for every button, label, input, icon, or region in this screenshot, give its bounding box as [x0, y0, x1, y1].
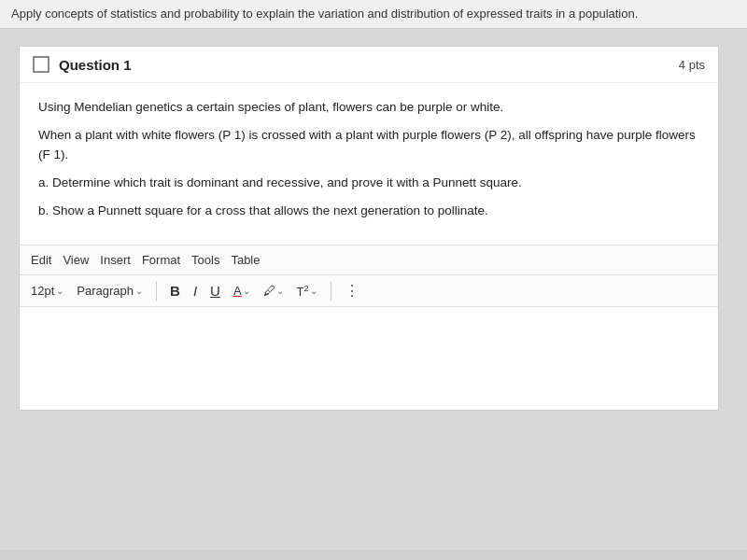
menu-tools[interactable]: Tools: [188, 251, 223, 269]
font-color-chevron: ⌄: [243, 286, 250, 296]
more-options-icon: ⋮: [345, 282, 359, 300]
question-header: Question 1 4 pts: [20, 47, 718, 83]
highlight-chevron: ⌄: [276, 286, 284, 296]
main-content: Question 1 4 pts Using Mendelian genetic…: [0, 29, 747, 550]
toolbar-divider-2: [331, 282, 331, 301]
toolbar-divider-1: [156, 282, 157, 301]
font-color-button[interactable]: A ⌄: [230, 282, 254, 300]
paragraph-label: Paragraph: [77, 284, 134, 298]
italic-button[interactable]: I: [190, 281, 201, 301]
bold-button[interactable]: B: [166, 281, 184, 301]
font-size-chevron: ⌄: [56, 286, 63, 296]
top-bar-text: Apply concepts of statistics and probabi…: [11, 7, 638, 21]
question-text-2: When a plant with white flowers (P 1) is…: [38, 126, 699, 164]
editor-text-area[interactable]: [20, 307, 718, 410]
question-text-3: a. Determine which trait is dominant and…: [38, 174, 699, 192]
menu-view[interactable]: View: [59, 251, 92, 269]
italic-icon: I: [193, 283, 197, 299]
question-points: 4 pts: [679, 58, 705, 72]
paragraph-chevron: ⌄: [135, 286, 143, 296]
top-bar: Apply concepts of statistics and probabi…: [0, 0, 747, 29]
menu-format[interactable]: Format: [138, 251, 184, 269]
question-text-4: b. Show a Punnett square for a cross tha…: [38, 202, 699, 220]
bold-icon: B: [170, 283, 180, 299]
question-checkbox[interactable]: [33, 56, 49, 73]
editor-menu-bar: Edit View Insert Format Tools Table: [20, 245, 718, 275]
paragraph-selector[interactable]: Paragraph ⌄: [73, 282, 147, 300]
underline-icon: U: [210, 283, 220, 299]
pencil-icon: 🖊: [263, 284, 275, 298]
font-color-icon: A: [233, 284, 242, 298]
editor-format-toolbar: 12pt ⌄ Paragraph ⌄ B I U A: [20, 275, 718, 307]
font-size-value: 12pt: [31, 284, 54, 298]
more-options-button[interactable]: ⋮: [341, 280, 363, 301]
highlight-button[interactable]: 🖊 ⌄: [260, 282, 288, 300]
menu-insert[interactable]: Insert: [96, 251, 134, 269]
font-size-selector[interactable]: 12pt ⌄: [27, 282, 67, 300]
question-title: Question 1: [59, 57, 679, 73]
superscript-button[interactable]: T2 ⌄: [293, 282, 321, 301]
menu-edit[interactable]: Edit: [27, 251, 55, 269]
menu-table[interactable]: Table: [227, 251, 263, 269]
question-card: Question 1 4 pts Using Mendelian genetic…: [19, 46, 719, 411]
superscript-icon: T2: [297, 284, 309, 299]
question-body: Using Mendelian genetics a certain speci…: [20, 83, 718, 245]
underline-button[interactable]: U: [206, 281, 224, 301]
superscript-chevron: ⌄: [310, 286, 317, 296]
question-text-1: Using Mendelian genetics a certain speci…: [38, 98, 699, 117]
